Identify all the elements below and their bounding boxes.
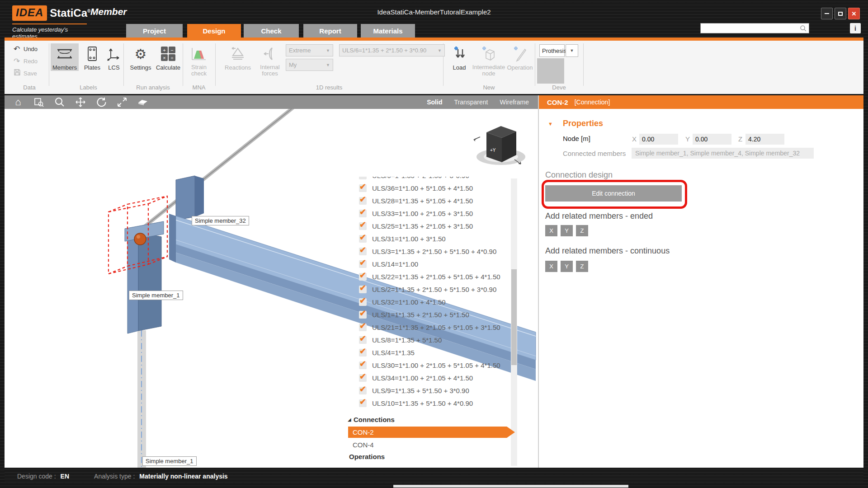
info-button[interactable]: i bbox=[850, 23, 861, 33]
load-combination-row[interactable]: ✔ULS/28=1*1.35 + 5*1.05 + 4*1.50 bbox=[359, 194, 511, 207]
tree-expander-icon[interactable]: ◢ bbox=[344, 417, 354, 422]
tab-materials[interactable]: Materials bbox=[361, 24, 415, 38]
tab-project[interactable]: Project bbox=[126, 24, 183, 38]
load-combination-text: ULS/3=1*1.35 + 2*1.50 + 5*1.50 + 4*0.90 bbox=[372, 248, 496, 255]
checkbox-checked[interactable]: ✔ bbox=[359, 399, 367, 407]
checkbox-checked[interactable]: ✔ bbox=[359, 260, 367, 268]
axis-button-z[interactable]: Z bbox=[576, 261, 588, 272]
zoom-icon[interactable] bbox=[52, 97, 67, 108]
tree-item-con2-selected[interactable]: CON-2 bbox=[348, 427, 515, 438]
intermediate-node-button[interactable]: Intermediate node bbox=[471, 43, 506, 77]
maximize-button[interactable] bbox=[835, 8, 846, 19]
design-code-value: EN bbox=[61, 473, 69, 480]
load-combination-row[interactable]: ✔ULS/2=1*1.35 + 2*1.50 + 5*1.50 + 3*0.90 bbox=[359, 283, 511, 296]
axis-button-z[interactable]: Z bbox=[576, 225, 588, 236]
tree-item-con4[interactable]: CON-4 bbox=[353, 439, 515, 450]
view-mode-solid[interactable]: Solid bbox=[427, 99, 442, 106]
internal-forces-button[interactable]: Internal forces bbox=[256, 43, 284, 77]
zoom-window-icon[interactable] bbox=[32, 97, 46, 108]
load-combination-row[interactable]: ✔ULS/32=1*1.00 + 4*1.50 bbox=[359, 296, 511, 308]
extreme-dropdown[interactable]: Extreme▼ bbox=[286, 44, 333, 56]
load-button[interactable]: Load bbox=[448, 43, 470, 71]
load-combination-row[interactable]: ✔ULS/3=1*1.35 + 2*1.50 + 5*1.50 + 4*0.90 bbox=[359, 245, 511, 258]
save-button[interactable]: Save bbox=[14, 69, 37, 78]
undo-button[interactable]: ↶Undo bbox=[14, 44, 38, 54]
load-combination-row[interactable]: ✔ULS/36=1*1.00 + 5*1.05 + 4*1.50 bbox=[359, 182, 511, 194]
members-button[interactable]: Members bbox=[51, 43, 79, 71]
checkbox-checked[interactable]: ✔ bbox=[359, 374, 367, 382]
checkbox-checked[interactable]: ✔ bbox=[359, 222, 367, 230]
coord-y-input[interactable]: 0.00 bbox=[693, 134, 731, 145]
checkbox-checked[interactable]: ✔ bbox=[359, 248, 367, 255]
redo-button[interactable]: ↷Redo bbox=[14, 56, 38, 66]
checkbox-checked[interactable]: ✔ bbox=[359, 336, 367, 344]
load-combination-row[interactable]: ✔ULS/8=1*1.35 + 5*1.50 bbox=[359, 333, 511, 346]
checkbox-checked[interactable]: ✔ bbox=[359, 387, 367, 394]
reactions-button[interactable]: Reactions bbox=[220, 43, 256, 71]
checkbox-checked[interactable]: ✔ bbox=[359, 324, 367, 331]
load-combination-list: ✔ULS/6=1*1.35 + 2*1.50 + 3*0.90✔ULS/36=1… bbox=[359, 177, 511, 409]
checkbox-checked[interactable]: ✔ bbox=[359, 286, 367, 293]
calculate-button[interactable]: +−×÷ Calculate bbox=[155, 43, 182, 71]
prothesis-dropdown-arrow[interactable]: ▼ bbox=[566, 44, 578, 57]
checkbox-checked[interactable]: ✔ bbox=[359, 210, 367, 217]
close-button[interactable]: ✕ bbox=[848, 8, 860, 19]
axis-button-x[interactable]: X bbox=[545, 225, 557, 236]
operation-button[interactable]: Operation bbox=[505, 43, 534, 71]
load-combination-row[interactable]: ✔ULS/34=1*1.00 + 2*1.05 + 4*1.50 bbox=[359, 371, 511, 384]
tab-design[interactable]: Design bbox=[187, 24, 241, 38]
minimize-button[interactable] bbox=[821, 8, 833, 19]
checkbox-checked[interactable]: ✔ bbox=[359, 197, 367, 205]
load-combination-row[interactable]: ✔ULS/10=1*1.35 + 5*1.50 + 4*0.90 bbox=[359, 397, 511, 409]
checkbox-checked[interactable]: ✔ bbox=[359, 235, 367, 243]
axis-button-y[interactable]: Y bbox=[561, 225, 573, 236]
combination-dropdown[interactable]: ULS/6=1*1.35 + 2*1.50 + 3*0.90▼ bbox=[339, 44, 445, 56]
settings-button[interactable]: ⚙ Settings bbox=[127, 43, 154, 71]
load-combination-row[interactable]: ✔ULS/21=1*1.35 + 2*1.05 + 5*1.05 + 3*1.5… bbox=[359, 321, 511, 333]
load-combination-row[interactable]: ✔ULS/1=1*1.35 + 2*1.50 + 5*1.50 bbox=[359, 308, 511, 321]
load-combination-row[interactable]: ✔ULS/14=1*1.00 bbox=[359, 258, 511, 270]
close-icon: ✕ bbox=[852, 10, 857, 17]
load-combination-row[interactable]: ✔ULS/30=1*1.00 + 2*1.05 + 5*1.05 + 4*1.5… bbox=[359, 359, 511, 371]
tree-node-operations[interactable]: Operations bbox=[349, 450, 515, 462]
plates-button[interactable]: Plates bbox=[80, 43, 104, 71]
scrollbar-thumb[interactable] bbox=[511, 269, 517, 365]
lcs-button[interactable]: LCS bbox=[105, 43, 123, 71]
view-mode-wireframe[interactable]: Wireframe bbox=[500, 99, 529, 106]
clipping-plane-icon[interactable] bbox=[136, 97, 150, 108]
checkbox-checked[interactable]: ✔ bbox=[359, 273, 367, 281]
panel-header: CON-2 [Connection] bbox=[539, 95, 863, 109]
prothesis-dropdown[interactable]: Prothesis bbox=[539, 44, 565, 57]
zoom-fit-icon[interactable] bbox=[115, 97, 129, 108]
strain-check-button[interactable]: Strain check bbox=[184, 43, 213, 77]
rotate-icon[interactable] bbox=[94, 97, 108, 108]
coord-z-input[interactable]: 4.20 bbox=[745, 134, 784, 145]
axis-button-x[interactable]: X bbox=[545, 261, 557, 272]
load-combination-row[interactable]: ✔ULS/6=1*1.35 + 2*1.50 + 3*0.90 bbox=[359, 177, 511, 182]
search-input[interactable] bbox=[700, 23, 809, 33]
checkbox-checked[interactable]: ✔ bbox=[359, 361, 367, 369]
edit-connection-button[interactable]: Edit connection bbox=[545, 185, 682, 202]
checkbox-checked[interactable]: ✔ bbox=[359, 349, 367, 357]
view-mode-transparent[interactable]: Transparent bbox=[454, 99, 488, 106]
load-combination-row[interactable]: ✔ULS/25=1*1.35 + 2*1.05 + 3*1.50 bbox=[359, 220, 511, 232]
my-dropdown[interactable]: My▼ bbox=[286, 59, 333, 71]
tab-check[interactable]: Check bbox=[244, 24, 299, 38]
tree-node-connections[interactable]: ◢ Connections bbox=[344, 414, 515, 425]
load-combination-row[interactable]: ✔ULS/33=1*1.00 + 2*1.05 + 3*1.50 bbox=[359, 207, 511, 220]
load-combination-row[interactable]: ✔ULS/31=1*1.00 + 3*1.50 bbox=[359, 232, 511, 245]
checkbox-checked[interactable]: ✔ bbox=[359, 177, 367, 179]
home-view-icon[interactable]: ⌂ bbox=[11, 96, 25, 108]
checkbox-checked[interactable]: ✔ bbox=[359, 298, 367, 306]
properties-section-header[interactable]: ▼ Properties bbox=[548, 119, 603, 128]
axis-button-y[interactable]: Y bbox=[561, 261, 573, 272]
coord-x-input[interactable]: 0.00 bbox=[639, 134, 678, 145]
load-combination-row[interactable]: ✔ULS/9=1*1.35 + 5*1.50 + 3*0.90 bbox=[359, 384, 511, 397]
status-bar: Design code : EN Analysis type : Materia… bbox=[5, 468, 863, 484]
tab-report[interactable]: Report bbox=[303, 24, 357, 38]
checkbox-checked[interactable]: ✔ bbox=[359, 311, 367, 319]
load-combination-row[interactable]: ✔ULS/4=1*1.35 bbox=[359, 346, 511, 359]
checkbox-checked[interactable]: ✔ bbox=[359, 184, 367, 192]
load-combination-row[interactable]: ✔ULS/22=1*1.35 + 2*1.05 + 5*1.05 + 4*1.5… bbox=[359, 270, 511, 283]
pan-icon[interactable] bbox=[73, 97, 88, 108]
